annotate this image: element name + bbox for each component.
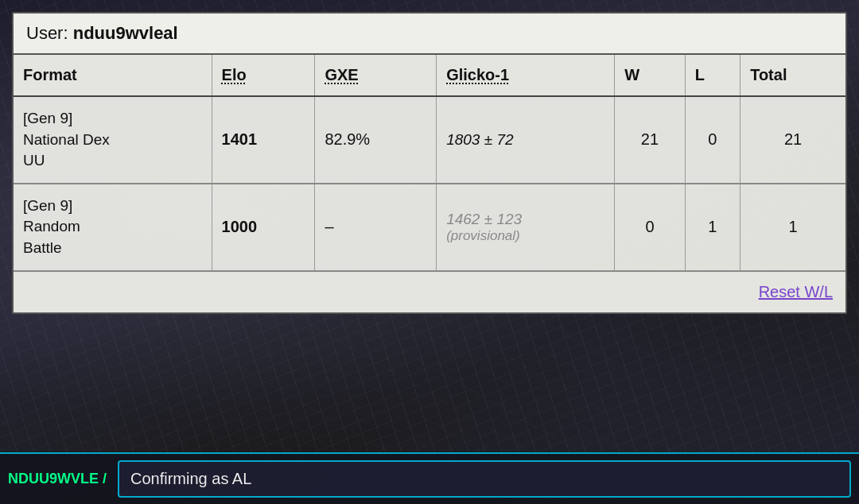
col-header-l: L xyxy=(685,55,740,96)
stats-table-wrapper: User: nduu9wvleal Format Elo GXE Glicko-… xyxy=(12,12,847,314)
row1-total: 21 xyxy=(740,96,845,184)
col-header-gxe: GXE xyxy=(315,55,437,96)
col-header-glicko: Glicko-1 xyxy=(437,55,615,96)
footer-cell: Reset W/L xyxy=(14,271,845,312)
col-header-total: Total xyxy=(740,55,845,96)
row1-elo: 1401 xyxy=(212,96,315,184)
row2-total: 1 xyxy=(740,184,845,271)
row2-glicko: 1462 ± 123 (provisional) xyxy=(437,184,615,271)
row1-w: 21 xyxy=(615,96,685,184)
table-row: [Gen 9]RandomBattle 1000 – 1462 ± 123 (p… xyxy=(14,184,845,271)
row2-w: 0 xyxy=(615,184,685,271)
col-header-elo: Elo xyxy=(212,55,315,96)
row2-elo: 1000 xyxy=(212,184,315,271)
col-header-w: W xyxy=(615,55,685,96)
row2-gxe: – xyxy=(315,184,437,271)
chat-input[interactable] xyxy=(118,460,851,498)
row2-l: 1 xyxy=(685,184,740,271)
col-header-format: Format xyxy=(14,55,212,96)
table-row: [Gen 9]National DexUU 1401 82.9% 1803 ± … xyxy=(14,96,845,184)
row1-l: 0 xyxy=(685,96,740,184)
row1-gxe: 82.9% xyxy=(315,96,437,184)
row1-format: [Gen 9]National DexUU xyxy=(14,96,212,184)
row2-glicko-value: 1462 ± 123 xyxy=(446,211,522,227)
row1-glicko: 1803 ± 72 xyxy=(437,96,615,184)
row2-format: [Gen 9]RandomBattle xyxy=(14,184,212,271)
table-header-row: Format Elo GXE Glicko-1 W L Total xyxy=(14,55,845,96)
chat-username: NDUU9WVLE / xyxy=(8,471,110,487)
chat-bar: NDUU9WVLE / xyxy=(0,452,859,504)
table-footer-row: Reset W/L xyxy=(14,271,845,312)
user-header: User: nduu9wvleal xyxy=(14,14,845,55)
username: nduu9wvleal xyxy=(73,23,178,43)
stats-table: Format Elo GXE Glicko-1 W L Total [Gen 9… xyxy=(14,55,845,312)
main-container: User: nduu9wvleal Format Elo GXE Glicko-… xyxy=(12,12,847,314)
reset-wl-button[interactable]: Reset W/L xyxy=(759,283,833,300)
row2-glicko-provisional: (provisional) xyxy=(446,228,604,244)
user-label: User: xyxy=(26,23,73,43)
